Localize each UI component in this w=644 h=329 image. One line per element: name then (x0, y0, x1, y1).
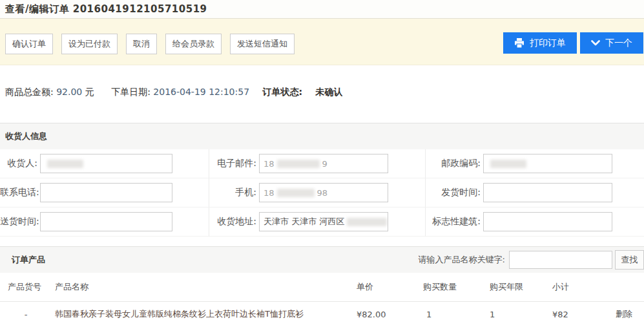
email-input[interactable]: 18 9 (259, 154, 388, 173)
toolbar: 确认订单 设为已付款 取消 给会员录款 发送短信通知 打印订单 下一个 (0, 19, 644, 65)
delivery-time-input[interactable] (40, 212, 172, 231)
page-title: 查看/编辑订单 2016041912105710519 (5, 3, 207, 16)
column-header-price: 单价 (349, 273, 417, 301)
next-order-button[interactable]: 下一个 (580, 32, 643, 54)
spacer (0, 237, 644, 246)
delete-product-link[interactable]: 删除 (616, 308, 632, 320)
product-search-label: 请输入产品名称关键字: (419, 254, 505, 266)
order-date-label: 下单日期: (111, 87, 151, 97)
address-field: 收货地址: 天津市 天津市 河西区 现 (209, 207, 425, 237)
delivery-time-label: 送货时间: (0, 216, 37, 228)
order-status-label: 订单状态: (263, 87, 303, 97)
zipcode-input[interactable] (483, 154, 612, 173)
redacted-blur (490, 160, 526, 168)
send-sms-button[interactable]: 发送短信通知 (230, 34, 295, 54)
recipient-section-header: 收货人信息 (0, 123, 644, 149)
email-value-prefix: 18 (264, 159, 275, 169)
phone-input[interactable] (40, 183, 172, 202)
recipient-section-title: 收货人信息 (0, 131, 47, 142)
redacted-blur (277, 189, 315, 197)
product-subtotal: ¥82 (549, 302, 607, 326)
delivery-time-field: 送货时间: (0, 207, 209, 237)
product-sku: - (0, 302, 52, 326)
phone-label: 联系电话: (0, 187, 37, 198)
landmark-field: 标志性建筑: (425, 207, 644, 237)
record-member-payment-button[interactable]: 给会员录款 (165, 34, 222, 54)
mobile-label: 手机: (209, 187, 256, 198)
total-amount-unit: 元 (85, 87, 94, 97)
zipcode-label: 邮政编码: (426, 158, 481, 169)
ship-time-label: 发货时间: (426, 187, 481, 198)
column-header-name: 产品名称 (52, 273, 349, 301)
mobile-value-suffix: 98 (317, 188, 328, 198)
next-order-label: 下一个 (605, 37, 632, 49)
product-row: - 韩国春秋亲子装母女儿童韩版纯棉条纹衫上衣荷叶边长袖T恤打底衫 ¥82.00 … (0, 301, 644, 326)
products-section-header: 订单产品 请输入产品名称关键字: 查找 (0, 246, 644, 273)
total-amount-label: 商品总金额: (5, 87, 54, 97)
column-header-subtotal: 小计 (549, 273, 607, 301)
product-name: 韩国春秋亲子装母女儿童韩版纯棉条纹衫上衣荷叶边长袖T恤打底衫 (52, 302, 349, 326)
products-section-title: 订单产品 (0, 254, 45, 266)
redacted-blur (277, 160, 320, 168)
order-status-value: 未确认 (316, 87, 343, 97)
landmark-input[interactable] (483, 212, 612, 231)
mobile-input[interactable]: 18 98 (259, 183, 388, 202)
primary-action-buttons: 打印订单 下一个 (503, 32, 643, 54)
mobile-value-prefix: 18 (264, 188, 275, 198)
phone-field: 联系电话: (0, 178, 209, 207)
print-order-label: 打印订单 (530, 37, 566, 49)
column-header-sku: 产品货号 (0, 273, 52, 301)
column-header-years: 购买年限 (483, 273, 549, 301)
set-paid-button[interactable]: 设为已付款 (61, 34, 118, 54)
ship-time-field: 发货时间: (425, 178, 644, 207)
recipient-form: 收货人: 电子邮件: 18 9 邮政编码: 联系电话: 手机: 18 98 发货… (0, 149, 644, 237)
page-header: 查看/编辑订单 2016041912105710519 (0, 0, 644, 19)
product-price: ¥82.00 (349, 302, 417, 326)
products-table-header: 产品货号 产品名称 单价 购买数量 购买年限 小计 (0, 273, 644, 301)
email-field: 电子邮件: 18 9 (209, 149, 425, 178)
email-label: 电子邮件: (209, 158, 256, 169)
total-amount-value: 92.00 (56, 87, 82, 97)
column-header-actions (607, 273, 644, 301)
redacted-blur (47, 160, 83, 168)
recipient-name-input[interactable] (40, 154, 172, 173)
address-value-prefix: 天津市 天津市 河西区 (264, 216, 344, 228)
printer-icon (514, 38, 525, 48)
email-value-suffix: 9 (322, 159, 327, 169)
chevron-down-icon (591, 40, 600, 46)
order-action-buttons: 确认订单 设为已付款 取消 给会员录款 发送短信通知 (5, 34, 295, 54)
zipcode-field: 邮政编码: (425, 149, 644, 178)
confirm-order-button[interactable]: 确认订单 (5, 34, 53, 54)
order-summary: 商品总金额: 92.00 元 下单日期: 2016-04-19 12:10:57… (0, 65, 644, 123)
redacted-blur (347, 218, 387, 226)
cancel-button[interactable]: 取消 (126, 34, 157, 54)
landmark-label: 标志性建筑: (426, 216, 481, 228)
product-years: 1 (483, 302, 549, 326)
mobile-field: 手机: 18 98 (209, 178, 425, 207)
ship-time-input[interactable] (483, 183, 612, 202)
product-search-button[interactable]: 查找 (615, 250, 644, 270)
product-qty: 1 (417, 302, 483, 326)
print-order-button[interactable]: 打印订单 (503, 32, 577, 54)
recipient-name-field: 收货人: (0, 149, 209, 178)
recipient-name-label: 收货人: (0, 158, 37, 169)
address-input[interactable]: 天津市 天津市 河西区 现 (259, 212, 388, 231)
product-search: 请输入产品名称关键字: 查找 (419, 250, 644, 270)
column-header-qty: 购买数量 (417, 273, 483, 301)
order-date-value: 2016-04-19 12:10:57 (153, 87, 249, 97)
product-search-input[interactable] (509, 251, 612, 269)
address-label: 收货地址: (209, 216, 256, 228)
